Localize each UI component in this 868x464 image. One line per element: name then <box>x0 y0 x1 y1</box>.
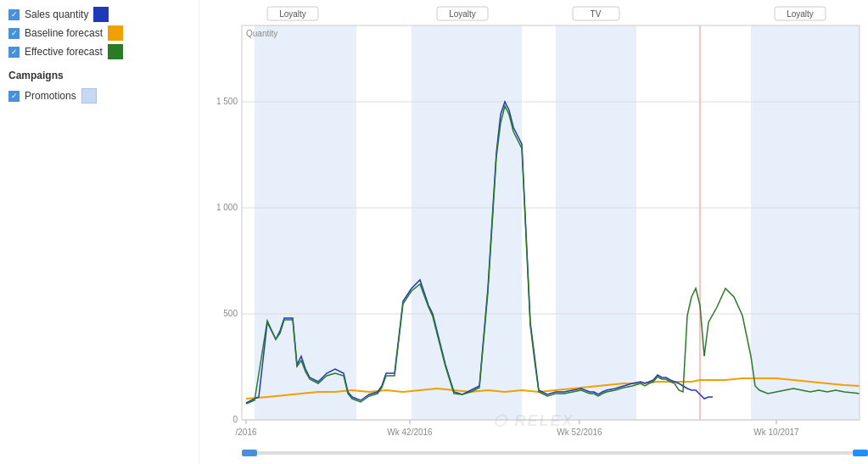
scrollbar-track[interactable] <box>257 451 853 455</box>
x-tick-52: Wk 52/2016 <box>557 428 602 437</box>
legend-item-promotions[interactable]: ✓ Promotions <box>8 88 190 103</box>
promotions-checkbox[interactable]: ✓ <box>8 91 20 102</box>
scrollbar-right[interactable] <box>853 450 868 456</box>
sales-quantity-checkbox[interactable]: ✓ <box>8 9 20 20</box>
campaign-label-1: Loyalty <box>279 9 306 19</box>
chart-area: Loyalty Loyalty TV Loyalty Quantity 0 50… <box>199 0 868 464</box>
main-chart: Loyalty Loyalty TV Loyalty Quantity 0 50… <box>199 0 868 464</box>
baseline-forecast-checkbox[interactable]: ✓ <box>8 28 20 39</box>
legend-label-baseline: Baseline forecast <box>25 27 103 39</box>
campaign-region-3 <box>556 25 636 420</box>
x-tick-0: /2016 <box>235 428 256 437</box>
campaign-label-4: Loyalty <box>787 9 814 19</box>
campaign-label-3: TV <box>591 9 602 19</box>
x-tick-10: Wk 10/2017 <box>753 428 799 437</box>
campaign-label-2: Loyalty <box>449 9 476 19</box>
legend-label-sales: Sales quantity <box>25 8 88 20</box>
legend-label-promotions: Promotions <box>25 90 76 102</box>
legend-panel: ✓ Sales quantity ✓ Baseline forecast ✓ E… <box>0 0 199 464</box>
promotions-color <box>81 88 97 103</box>
legend-item-baseline[interactable]: ✓ Baseline forecast <box>8 25 190 41</box>
y-tick-1500: 1 500 <box>216 97 238 106</box>
y-tick-1000: 1 000 <box>216 203 238 212</box>
effective-forecast-color <box>108 44 123 59</box>
legend-item-sales[interactable]: ✓ Sales quantity <box>8 7 190 22</box>
sales-quantity-color <box>93 7 109 22</box>
campaign-region-4 <box>751 25 860 420</box>
effective-forecast-checkbox[interactable]: ✓ <box>8 47 20 58</box>
y-tick-0: 0 <box>232 415 238 424</box>
campaigns-label: Campaigns <box>8 70 190 81</box>
baseline-forecast-color <box>108 25 123 41</box>
campaign-region-2 <box>412 25 522 420</box>
x-tick-42: Wk 42/2016 <box>387 428 433 437</box>
campaign-region-1 <box>255 25 356 420</box>
scrollbar-left[interactable] <box>242 450 257 456</box>
legend-item-effective[interactable]: ✓ Effective forecast <box>8 44 190 59</box>
y-tick-500: 500 <box>223 309 238 318</box>
legend-label-effective: Effective forecast <box>25 46 103 58</box>
y-axis-label: Quantity <box>246 29 277 38</box>
